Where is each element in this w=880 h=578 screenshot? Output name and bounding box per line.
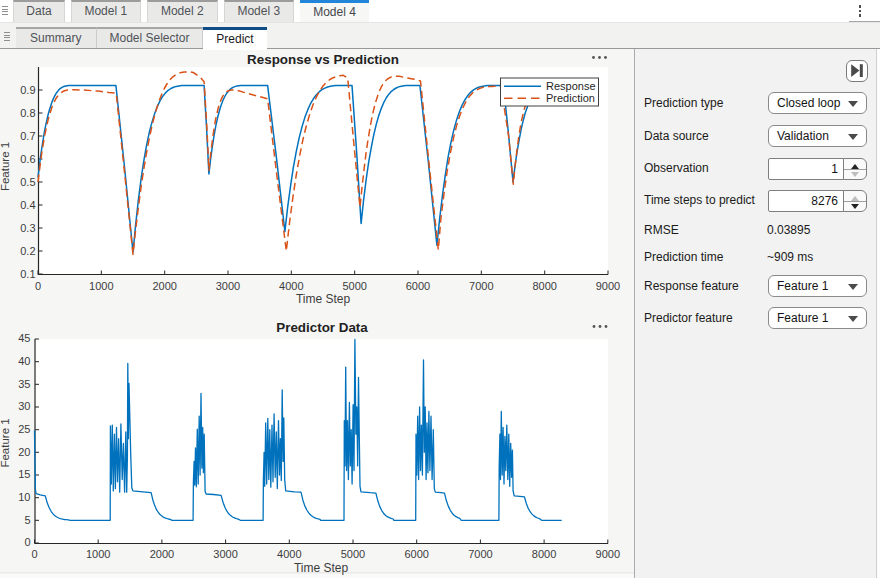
- svg-text:Feature 1: Feature 1: [0, 142, 11, 191]
- svg-text:Time Step: Time Step: [294, 561, 349, 575]
- svg-text:0.4: 0.4: [20, 199, 35, 211]
- svg-text:2000: 2000: [150, 548, 174, 560]
- svg-text:9000: 9000: [596, 548, 620, 560]
- svg-text:Response vs Prediction: Response vs Prediction: [247, 52, 399, 67]
- svg-text:8000: 8000: [532, 280, 556, 292]
- svg-text:Prediction: Prediction: [546, 92, 595, 104]
- svg-text:Predictor Data: Predictor Data: [276, 320, 368, 335]
- svg-text:6000: 6000: [406, 280, 430, 292]
- svg-text:0: 0: [24, 536, 30, 548]
- svg-text:Feature 1: Feature 1: [0, 418, 11, 467]
- svg-text:3000: 3000: [216, 280, 240, 292]
- svg-text:0.8: 0.8: [20, 107, 35, 119]
- svg-text:2000: 2000: [152, 280, 176, 292]
- svg-text:40: 40: [18, 355, 30, 367]
- svg-text:10: 10: [18, 491, 30, 503]
- svg-text:0: 0: [35, 280, 41, 292]
- svg-text:0.1: 0.1: [20, 268, 35, 280]
- svg-text:0.9: 0.9: [20, 84, 35, 96]
- svg-text:5: 5: [24, 514, 30, 526]
- svg-text:Time Step: Time Step: [296, 292, 351, 306]
- svg-text:25: 25: [18, 423, 30, 435]
- svg-text:4000: 4000: [279, 280, 303, 292]
- svg-text:0.3: 0.3: [20, 222, 35, 234]
- svg-text:0.7: 0.7: [20, 130, 35, 142]
- svg-text:5000: 5000: [341, 548, 365, 560]
- svg-text:30: 30: [18, 400, 30, 412]
- svg-text:0: 0: [31, 548, 37, 560]
- svg-text:20: 20: [18, 446, 30, 458]
- svg-text:0.5: 0.5: [20, 176, 35, 188]
- svg-text:6000: 6000: [404, 548, 428, 560]
- svg-text:0.2: 0.2: [20, 245, 35, 257]
- svg-text:7000: 7000: [469, 280, 493, 292]
- svg-text:7000: 7000: [468, 548, 492, 560]
- svg-text:5000: 5000: [342, 280, 366, 292]
- svg-text:1000: 1000: [86, 548, 110, 560]
- svg-text:Response: Response: [546, 80, 596, 92]
- svg-text:0.6: 0.6: [20, 153, 35, 165]
- svg-text:3000: 3000: [213, 548, 237, 560]
- svg-text:15: 15: [18, 468, 30, 480]
- svg-text:45: 45: [18, 332, 30, 344]
- svg-text:1000: 1000: [89, 280, 113, 292]
- svg-text:8000: 8000: [532, 548, 556, 560]
- svg-text:4000: 4000: [277, 548, 301, 560]
- svg-text:35: 35: [18, 378, 30, 390]
- svg-text:9000: 9000: [596, 280, 620, 292]
